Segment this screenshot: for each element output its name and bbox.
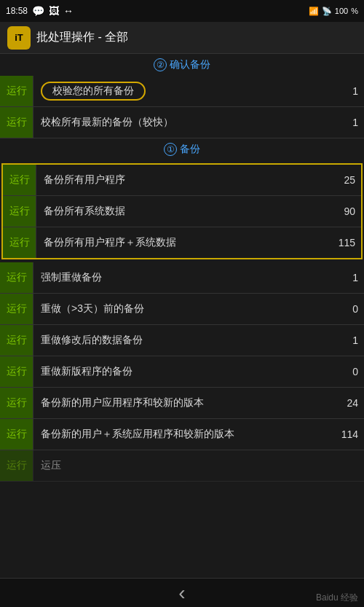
row-count: 1 <box>342 334 364 346</box>
table-row: 运行 备份所有用户程序＋系统数据 115 <box>3 227 361 258</box>
run-button[interactable]: 运行 <box>0 450 33 481</box>
run-button[interactable]: 运行 <box>0 262 33 293</box>
table-row: 运行 重做（>3天）前的备份 0 <box>0 294 364 325</box>
row-label: 重做（>3天）前的备份 <box>33 297 342 321</box>
row-label: 校验您的所有备份 <box>33 76 342 106</box>
table-row: 运行 备份新的用户应用程序和较新的版本 24 <box>0 388 364 419</box>
chat-icon: 💬 <box>32 5 44 17</box>
section-number-confirm: ② <box>154 58 167 71</box>
table-row: 运行 备份所有用户程序 25 <box>3 165 361 196</box>
table-row: 运行 重做新版程序的备份 0 <box>0 356 364 388</box>
row-count: 1 <box>342 272 364 283</box>
run-button[interactable]: 运行 <box>0 356 33 387</box>
section-number-backup: ① <box>164 143 177 156</box>
back-arrow-icon: ‹ <box>178 581 185 605</box>
run-button[interactable]: 运行 <box>0 388 33 418</box>
row-count: 114 <box>341 428 364 440</box>
row-count: 1 <box>342 85 364 97</box>
image-icon: 🖼 <box>49 5 59 17</box>
status-time: 18:58 <box>6 6 28 16</box>
table-row: 运行 重做修改后的数据备份 1 <box>0 325 364 356</box>
run-button[interactable]: 运行 <box>3 196 36 227</box>
row-label: 强制重做备份 <box>33 265 342 290</box>
table-row: 运行 校验您的所有备份 1 <box>0 76 364 107</box>
row-count: 115 <box>339 237 361 248</box>
app-icon-text: iT <box>15 32 23 43</box>
app-header: iT 批处理操作 - 全部 <box>0 22 364 54</box>
wifi-icon: 📶 <box>309 7 319 16</box>
run-button[interactable]: 运行 <box>0 325 33 356</box>
row-label: 重做新版程序的备份 <box>33 359 342 384</box>
row-label: 备份新的用户应用程序和较新的版本 <box>33 391 342 415</box>
status-left: 18:58 💬 🖼 ↔ <box>6 5 74 17</box>
run-button[interactable]: 运行 <box>0 294 33 324</box>
bottom-navigation: ‹ Baidu 经验 <box>0 578 364 607</box>
main-content: ②确认备份 运行 校验您的所有备份 1 运行 校检所有最新的备份（较快） 1 ①… <box>0 54 364 578</box>
row-label: 重做修改后的数据备份 <box>33 328 342 353</box>
row-count: 0 <box>342 366 364 377</box>
row-count: 1 <box>342 117 364 128</box>
yellow-highlight-group: 运行 备份所有用户程序 25 运行 备份所有系统数据 90 运行 备份所有用户程… <box>1 163 363 259</box>
run-button[interactable]: 运行 <box>3 165 36 195</box>
row-count: 25 <box>339 174 361 186</box>
table-row: 运行 强制重做备份 1 <box>0 262 364 294</box>
table-row: 运行 校检所有最新的备份（较快） 1 <box>0 107 364 138</box>
row-count: 0 <box>342 303 364 315</box>
baidu-watermark: Baidu 经验 <box>316 592 358 604</box>
row-label: 备份所有系统数据 <box>36 199 339 224</box>
page-title: 批处理操作 - 全部 <box>36 30 128 45</box>
table-row: 运行 运压 <box>0 450 364 482</box>
app-icon: iT <box>7 26 31 50</box>
signal-icon: 📡 <box>322 7 332 16</box>
row-count: 24 <box>342 397 364 409</box>
status-bar: 18:58 💬 🖼 ↔ 📶 📡 100 % <box>0 0 364 22</box>
section-confirm-backup: ②确认备份 <box>0 54 364 76</box>
row-count: 90 <box>339 205 361 217</box>
battery-icon: % <box>351 7 358 15</box>
oval-text: 校验您的所有备份 <box>41 82 146 101</box>
run-button[interactable]: 运行 <box>0 76 33 106</box>
section-backup: ①备份 <box>0 138 364 160</box>
battery-label: 100 <box>335 7 348 15</box>
run-button[interactable]: 运行 <box>3 227 36 258</box>
row-label: 备份新的用户＋系统应用程序和较新的版本 <box>33 422 341 447</box>
table-row: 运行 备份新的用户＋系统应用程序和较新的版本 114 <box>0 419 364 450</box>
row-label: 备份所有用户程序 <box>36 168 339 192</box>
share-icon: ↔ <box>63 5 74 17</box>
row-label: 运压 <box>33 453 364 478</box>
run-button[interactable]: 运行 <box>0 107 33 138</box>
status-right: 📶 📡 100 % <box>309 7 358 16</box>
row-label: 备份所有用户程序＋系统数据 <box>36 230 339 255</box>
table-row: 运行 备份所有系统数据 90 <box>3 196 361 227</box>
row-label: 校检所有最新的备份（较快） <box>33 110 342 135</box>
back-button[interactable]: ‹ <box>160 579 204 608</box>
run-button[interactable]: 运行 <box>0 419 33 450</box>
